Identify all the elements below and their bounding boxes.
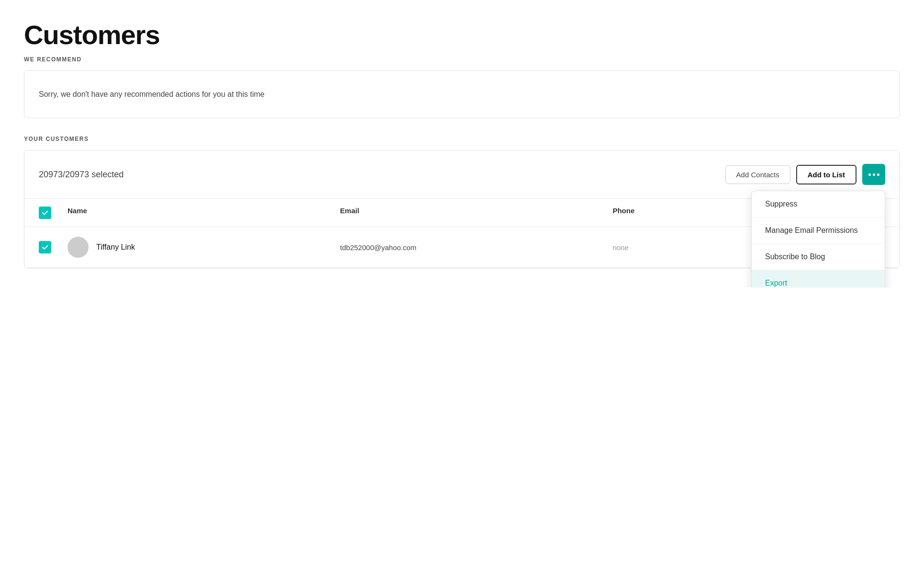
add-to-list-button[interactable]: Add to List [796, 165, 856, 184]
page-title: Customers [24, 19, 900, 50]
checkmark-icon [41, 243, 49, 251]
more-actions-button[interactable] [862, 164, 885, 185]
row-checkbox-cell [39, 241, 68, 253]
contact-email: tdb252000@yahoo.com [340, 243, 612, 252]
dropdown-menu: Suppress Manage Email Permissions Subscr… [751, 191, 885, 288]
recommend-card: Sorry, we don't have any recommended act… [24, 70, 900, 118]
dropdown-item-manage-email[interactable]: Manage Email Permissions [752, 218, 885, 244]
dropdown-item-suppress[interactable]: Suppress [752, 191, 885, 218]
recommend-section-label: WE RECOMMEND [24, 56, 900, 63]
customers-section-label: YOUR CUSTOMERS [24, 136, 900, 142]
checkmark-icon [41, 209, 49, 217]
header-checkbox[interactable] [39, 207, 51, 219]
col-name-header: Name [68, 207, 340, 219]
toolbar: 20973/20973 selected Add Contacts Add to… [24, 150, 900, 199]
selected-count: 20973/20973 selected [39, 170, 124, 180]
contact-name: Tiffany Link [96, 243, 135, 252]
avatar [68, 237, 89, 258]
dropdown-item-subscribe[interactable]: Subscribe to Blog [752, 244, 885, 270]
dot-icon [873, 173, 875, 176]
dot-icon [868, 173, 871, 176]
dropdown-item-export[interactable]: Export [752, 270, 885, 288]
customers-section: YOUR CUSTOMERS 20973/20973 selected Add … [24, 136, 900, 268]
add-contacts-button[interactable]: Add Contacts [725, 165, 790, 184]
customers-card: 20973/20973 selected Add Contacts Add to… [24, 150, 900, 268]
col-email-header: Email [340, 207, 612, 219]
row-checkbox[interactable] [39, 241, 51, 253]
toolbar-actions: Add Contacts Add to List Suppress Manage… [725, 164, 885, 185]
selected-label: selected [91, 170, 124, 179]
selected-count-value: 20973/20973 [39, 170, 89, 179]
dot-icon [877, 173, 879, 176]
recommend-empty-message: Sorry, we don't have any recommended act… [39, 90, 885, 99]
col-checkbox [39, 207, 68, 219]
contact-info-cell: Tiffany Link [68, 237, 340, 258]
